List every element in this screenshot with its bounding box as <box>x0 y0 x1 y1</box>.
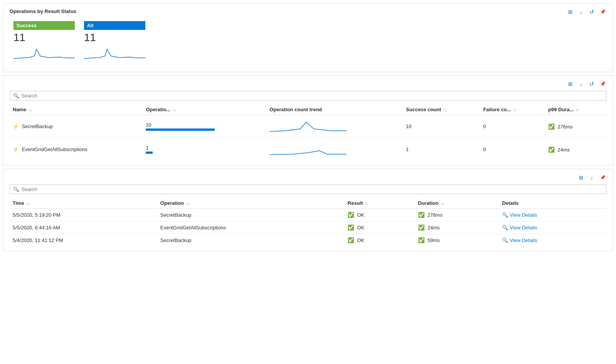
grid-icon[interactable]: ⊞ <box>567 8 574 16</box>
log3-time: 5/4/2020, 11:41:12 PM <box>10 234 157 247</box>
sort-duration[interactable]: ↑↓ <box>441 202 444 206</box>
all-sparkline <box>84 45 145 61</box>
status-cards: Success 11 All 11 <box>10 19 606 64</box>
check-icon-dur1: ✅ <box>418 212 425 218</box>
col-result[interactable]: Result ↑↓ <box>344 198 415 209</box>
log1-details[interactable]: 🔍 View Details <box>499 209 606 221</box>
download-icon[interactable]: ↓ <box>577 8 585 16</box>
refresh-icon[interactable]: ↺ <box>588 8 596 16</box>
sort-name[interactable]: ↑↓ <box>28 108 32 112</box>
log3-duration: ✅ 59ms <box>415 234 499 247</box>
sort-failure[interactable]: ↑↓ <box>513 108 517 112</box>
download-icon-mid[interactable]: ↓ <box>577 80 585 88</box>
operations-table: Name ↑↓ Operatio... ↑↓ Operation count t… <box>10 104 606 161</box>
magnify-icon-1: 🔍 <box>502 212 508 218</box>
log-table-head: Time ↑↓ Operation ↑↓ Result ↑↓ Duration … <box>10 198 606 209</box>
middle-panel: ⊞ ↓ ↺ 📌 🔍 Name ↑↓ Operatio... ↑↓ Operati… <box>3 75 613 166</box>
bottom-panel-toolbar: ⊞ ↓ 📌 <box>10 174 606 181</box>
row2-failure: 0 <box>480 138 545 161</box>
row1-trend <box>267 115 403 138</box>
lightning-icon-1: ⚡ <box>13 124 19 129</box>
operations-table-header-row: Name ↑↓ Operatio... ↑↓ Operation count t… <box>10 104 606 115</box>
log2-operation: EventGridGetAllSubscriptions <box>157 221 344 234</box>
magnify-icon-3: 🔍 <box>502 237 508 243</box>
sort-result[interactable]: ↑↓ <box>365 202 369 206</box>
check-icon-dur2: ✅ <box>418 224 425 231</box>
log2-duration: ✅ 24ms <box>415 221 499 234</box>
view-details-link-3[interactable]: 🔍 View Details <box>502 237 603 243</box>
log1-result: ✅ OK <box>344 209 415 221</box>
row2-bar <box>146 152 153 154</box>
pin-icon-mid[interactable]: 📌 <box>599 80 606 88</box>
success-card[interactable]: Success 11 <box>10 19 79 64</box>
col-name[interactable]: Name ↑↓ <box>10 104 143 115</box>
log2-result: ✅ OK <box>344 221 415 234</box>
check-icon-2: ✅ <box>548 147 555 153</box>
log-table: Time ↑↓ Operation ↑↓ Result ↑↓ Duration … <box>10 198 606 246</box>
lightning-icon-2: ⚡ <box>13 147 19 152</box>
grid-icon-bot[interactable]: ⊞ <box>577 174 585 181</box>
log2-time: 5/5/2020, 6:44:16 AM <box>10 221 157 234</box>
all-label: All <box>84 21 145 30</box>
top-panel-toolbar: ⊞ ↓ ↺ 📌 <box>567 8 606 16</box>
table-row: ⚡ SecretBackup 10 10 <box>10 115 606 138</box>
log3-result: ✅ OK <box>344 234 415 247</box>
col-trend[interactable]: Operation count trend <box>267 104 403 115</box>
sort-time[interactable]: ↑↓ <box>26 202 30 206</box>
row2-trend-chart <box>270 141 346 156</box>
refresh-icon-mid[interactable]: ↺ <box>588 80 596 88</box>
check-icon-log1: ✅ <box>348 212 354 218</box>
col-p99[interactable]: p99 Dura... ↑↓ <box>545 104 606 115</box>
row2-name: ⚡ EventGridGetAllSubscriptions <box>10 138 143 161</box>
operations-table-head: Name ↑↓ Operatio... ↑↓ Operation count t… <box>10 104 606 115</box>
search-icon-mid: 🔍 <box>13 93 19 99</box>
bottom-search-input[interactable] <box>21 186 603 192</box>
view-details-link-2[interactable]: 🔍 View Details <box>502 225 603 231</box>
sort-p99[interactable]: ↑↓ <box>576 108 579 112</box>
view-details-link-1[interactable]: 🔍 View Details <box>502 212 603 218</box>
sort-operation[interactable]: ↑↓ <box>186 202 189 206</box>
row1-name: ⚡ SecretBackup <box>10 115 143 138</box>
col-success-count[interactable]: Success count ↑↓ <box>403 104 480 115</box>
middle-panel-toolbar: ⊞ ↓ ↺ 📌 <box>10 80 606 88</box>
log1-duration: ✅ 276ms <box>415 209 499 221</box>
sort-success[interactable]: ↑↓ <box>443 108 447 112</box>
download-icon-bot[interactable]: ↓ <box>588 174 596 181</box>
bottom-search-bar[interactable]: 🔍 <box>10 184 606 194</box>
success-label: Success <box>13 21 75 30</box>
top-panel: Operations by Result Status ⊞ ↓ ↺ 📌 Succ… <box>3 3 613 72</box>
log2-details[interactable]: 🔍 View Details <box>499 221 606 234</box>
grid-icon-mid[interactable]: ⊞ <box>567 80 574 88</box>
row1-failure: 0 <box>480 115 545 138</box>
log-table-header-row: Time ↑↓ Operation ↑↓ Result ↑↓ Duration … <box>10 198 606 209</box>
row2-p99: ✅ 24ms <box>545 138 606 161</box>
log1-operation: SecretBackup <box>157 209 344 221</box>
top-panel-header: Operations by Result Status ⊞ ↓ ↺ 📌 <box>10 8 606 19</box>
col-operation[interactable]: Operation ↑↓ <box>157 198 344 209</box>
log-row: 5/4/2020, 11:41:12 PM SecretBackup ✅ OK … <box>10 234 606 247</box>
row2-opcount: 1 <box>143 138 267 161</box>
col-duration[interactable]: Duration ↑↓ <box>415 198 499 209</box>
pin-icon[interactable]: 📌 <box>599 8 606 16</box>
all-count: 11 <box>84 31 145 44</box>
row1-bar <box>146 128 215 131</box>
success-count: 11 <box>13 31 75 44</box>
log3-details[interactable]: 🔍 View Details <box>499 234 606 247</box>
all-card[interactable]: All 11 <box>80 19 149 64</box>
col-operation-count[interactable]: Operatio... ↑↓ <box>143 104 267 115</box>
row1-trend-chart <box>270 118 346 133</box>
col-time[interactable]: Time ↑↓ <box>10 198 157 209</box>
col-failure-count[interactable]: Failure co... ↑↓ <box>480 104 545 115</box>
magnify-icon-2: 🔍 <box>502 225 508 231</box>
middle-search-bar[interactable]: 🔍 <box>10 91 606 100</box>
middle-search-input[interactable] <box>21 93 603 99</box>
row2-bar-container: 1 <box>146 145 264 154</box>
check-icon-log2: ✅ <box>348 224 354 231</box>
row1-bar-container: 10 <box>146 122 264 131</box>
row1-opcount: 10 <box>143 115 267 138</box>
bottom-panel: ⊞ ↓ 📌 🔍 Time ↑↓ Operation ↑↓ Result ↑↓ <box>3 169 613 251</box>
pin-icon-bot[interactable]: 📌 <box>599 174 606 181</box>
row1-p99: ✅ 276ms <box>545 115 606 138</box>
sort-opcount[interactable]: ↑↓ <box>173 108 176 112</box>
table-row: ⚡ EventGridGetAllSubscriptions 1 1 <box>10 138 606 161</box>
